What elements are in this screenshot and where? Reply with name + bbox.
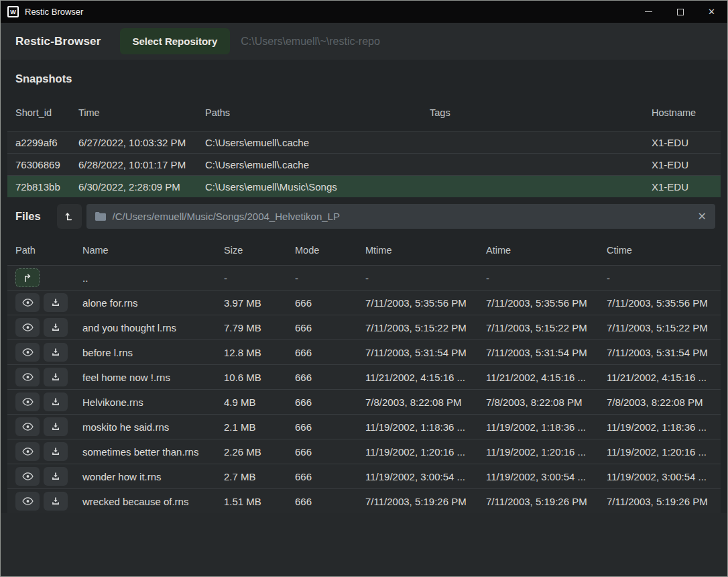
preview-file-button[interactable] [15, 392, 40, 411]
eye-icon [22, 397, 34, 407]
file-ctime: 7/11/2003, 5:19:26 PM [599, 496, 721, 507]
column-header-short-id: Short_id [7, 107, 70, 118]
snapshots-section-header: Snapshots [1, 60, 727, 98]
download-file-button[interactable] [44, 492, 68, 511]
files-section-header: Files /C/Users/emuell/Music/Songs/2004_H… [1, 197, 727, 235]
eye-icon [22, 496, 34, 506]
preview-file-button[interactable] [15, 318, 40, 337]
go-to-root-button[interactable] [57, 204, 82, 229]
maximize-icon [677, 9, 684, 15]
download-file-button[interactable] [44, 343, 68, 362]
column-header-mode: Mode [287, 245, 357, 256]
file-mode: 666 [287, 397, 357, 408]
file-ctime: - [599, 272, 721, 284]
download-icon [51, 348, 60, 357]
file-row: alone for.rns3.97 MB6667/11/2003, 5:35:5… [7, 290, 721, 315]
eye-icon [22, 472, 34, 481]
file-ctime: 7/8/2003, 8:22:08 PM [599, 397, 721, 408]
parent-dir-button[interactable] [15, 268, 40, 287]
download-file-button[interactable] [44, 417, 68, 436]
snapshot-row[interactable]: 763068696/28/2022, 10:01:17 PMC:\Users\e… [7, 153, 721, 175]
download-file-button[interactable] [44, 293, 68, 312]
preview-file-button[interactable] [15, 417, 40, 436]
file-mtime: 11/21/2002, 4:15:16 ... [357, 372, 478, 383]
preview-file-button[interactable] [15, 293, 40, 312]
file-mtime: 7/11/2003, 5:15:22 PM [357, 322, 478, 333]
snapshot-paths: C:\Users\emuell\Music\Songs [197, 181, 422, 193]
file-size: 2.7 MB [216, 471, 287, 482]
file-name: .. [74, 272, 216, 284]
current-path-input[interactable]: /C/Users/emuell/Music/Songs/2004_Helveti… [86, 204, 715, 229]
file-atime: - [478, 272, 599, 284]
column-header-size: Size [216, 245, 287, 256]
download-icon [51, 372, 60, 382]
preview-file-button[interactable] [15, 368, 40, 386]
preview-file-button[interactable] [15, 343, 40, 362]
app-logo-icon: W [7, 6, 19, 17]
file-mtime: 11/19/2002, 1:18:36 ... [357, 421, 478, 433]
file-actions [7, 467, 74, 486]
snapshots-table-header: Short_id Time Paths Tags Hostname [7, 98, 721, 127]
close-button[interactable]: ✕ [696, 1, 727, 23]
column-header-mtime: Mtime [357, 245, 478, 256]
file-mode: 666 [287, 496, 357, 507]
snapshot-paths: C:\Users\emuell\.cache [197, 159, 422, 170]
download-icon [51, 496, 60, 506]
folder-icon [95, 212, 106, 221]
file-mtime: 7/11/2003, 5:31:54 PM [357, 347, 478, 358]
eye-icon [22, 447, 34, 456]
file-name: wrecked because of.rns [74, 496, 216, 507]
file-actions [7, 368, 74, 386]
file-name: moskito he said.rns [74, 421, 216, 433]
minimize-button[interactable] [633, 1, 664, 23]
file-size: 1.51 MB [216, 496, 287, 507]
eye-icon [22, 422, 34, 431]
file-actions [7, 293, 74, 312]
file-size: 4.9 MB [216, 397, 287, 408]
file-ctime: 7/11/2003, 5:35:56 PM [599, 297, 721, 309]
snapshot-rows: a2299af66/27/2022, 10:03:32 PMC:\Users\e… [7, 131, 721, 197]
download-file-button[interactable] [44, 318, 68, 337]
download-file-button[interactable] [44, 392, 68, 411]
preview-file-button[interactable] [15, 467, 40, 486]
download-icon [51, 298, 60, 307]
toolbar: Restic-Browser Select Repository C:\User… [1, 23, 727, 60]
file-actions [7, 343, 74, 362]
eye-icon [22, 323, 34, 332]
file-mtime: 7/8/2003, 8:22:08 PM [357, 397, 478, 408]
column-header-path: Path [7, 245, 74, 256]
clear-path-button[interactable]: ✕ [698, 211, 707, 222]
download-file-button[interactable] [44, 467, 68, 486]
window-controls: ✕ [633, 1, 727, 23]
download-icon [51, 472, 60, 481]
preview-file-button[interactable] [15, 492, 40, 511]
file-size: 2.26 MB [216, 446, 287, 458]
file-atime: 7/11/2003, 5:15:22 PM [478, 322, 599, 333]
preview-file-button[interactable] [15, 442, 40, 461]
minimize-icon [645, 11, 652, 12]
file-actions [7, 442, 74, 461]
file-row: Helvikone.rns4.9 MB6667/8/2003, 8:22:08 … [7, 389, 721, 414]
parent-row-actions [7, 268, 74, 287]
eye-icon [22, 348, 34, 357]
titlebar: W Restic Browser ✕ [1, 1, 727, 23]
close-icon: ✕ [708, 7, 715, 16]
column-header-paths: Paths [197, 107, 422, 118]
file-row: sometimes better than.rns2.26 MB66611/19… [7, 439, 721, 464]
app-title: Restic-Browser [15, 35, 101, 48]
file-size: 12.8 MB [216, 347, 287, 358]
maximize-button[interactable] [664, 1, 696, 23]
file-name: sometimes better than.rns [74, 446, 216, 458]
select-repository-button[interactable]: Select Repository [120, 28, 231, 54]
file-mode: 666 [287, 322, 357, 333]
file-mtime: 7/11/2003, 5:35:56 PM [357, 297, 478, 309]
file-atime: 11/19/2002, 1:18:36 ... [478, 421, 599, 433]
snapshots-heading: Snapshots [15, 72, 72, 85]
file-size: 3.97 MB [216, 297, 287, 309]
snapshot-hostname: X1-EDU [644, 159, 721, 170]
download-file-button[interactable] [44, 368, 68, 386]
file-mtime: - [357, 272, 478, 284]
download-file-button[interactable] [44, 442, 68, 461]
snapshot-row[interactable]: 72b813bb6/30/2022, 2:28:09 PMC:\Users\em… [7, 175, 721, 197]
snapshot-row[interactable]: a2299af66/27/2022, 10:03:32 PMC:\Users\e… [7, 131, 721, 153]
